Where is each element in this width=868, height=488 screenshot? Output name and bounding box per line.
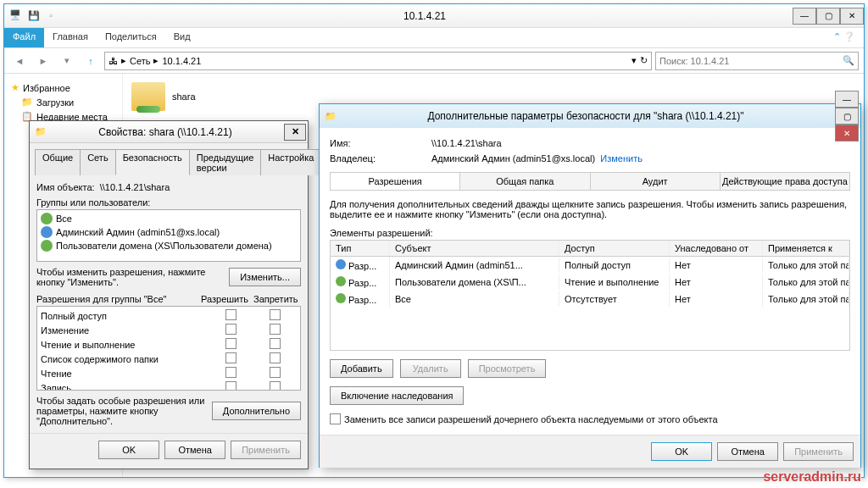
apply-button[interactable]: Применить	[783, 442, 854, 461]
allow-checkbox[interactable]	[225, 338, 236, 349]
replace-label: Заменить все записи разрешений дочернего…	[344, 414, 718, 424]
deny-checkbox[interactable]	[270, 352, 281, 363]
properties-dialog: 📁 Свойства: shara (\\10.1.4.21) ✕ Общие …	[29, 120, 309, 469]
security-tab-body: Имя объекта: \\10.1.4.21\shara Группы ил…	[30, 175, 308, 433]
edit-hint: Чтобы изменить разрешения, нажмите кнопк…	[36, 267, 224, 287]
ok-button[interactable]: OK	[651, 442, 712, 461]
list-item[interactable]: Пользователи домена (XS\Пользователи дом…	[39, 239, 298, 252]
group-icon	[41, 213, 53, 225]
allow-checkbox[interactable]	[225, 324, 236, 335]
apply-button[interactable]: Применить	[231, 441, 301, 459]
ribbon-help-icon[interactable]: ⌃ ❔	[825, 28, 864, 47]
tab-share[interactable]: Общая папка	[460, 173, 590, 190]
watermark: serveradmin.ru	[763, 469, 861, 485]
shared-folder-icon	[131, 82, 165, 111]
deny-checkbox[interactable]	[270, 324, 281, 335]
close-button[interactable]: ✕	[835, 125, 859, 141]
tab-network[interactable]: Сеть	[80, 149, 115, 175]
change-owner-link[interactable]: Изменить	[600, 153, 643, 164]
groups-listbox[interactable]: Все Админский Админ (admin51@xs.local) П…	[36, 209, 301, 262]
view-button[interactable]: Просмотреть	[468, 359, 547, 378]
deny-checkbox[interactable]	[270, 309, 281, 320]
edit-button[interactable]: Изменить...	[229, 268, 301, 286]
tab-audit[interactable]: Аудит	[591, 173, 721, 190]
breadcrumb-item[interactable]: Сеть	[130, 56, 150, 66]
owner-value: Админский Админ (admin51@xs.local)	[431, 153, 595, 164]
advanced-tabs: Разрешения Общая папка Аудит Действующие…	[330, 172, 850, 191]
group-icon	[336, 276, 346, 286]
perm-row: Чтение	[41, 366, 297, 380]
replace-checkbox-row[interactable]: Заменить все записи разрешений дочернего…	[330, 413, 850, 424]
cancel-button[interactable]: Отмена	[717, 442, 778, 461]
elements-label: Элементы разрешений:	[330, 228, 850, 238]
deny-checkbox[interactable]	[270, 367, 281, 378]
tab-effective[interactable]: Действующие права доступа	[721, 173, 849, 190]
list-item[interactable]: Все	[39, 212, 298, 225]
allow-checkbox[interactable]	[225, 367, 236, 378]
perm-header: Разрешения для группы "Все" Разрешить За…	[36, 294, 301, 306]
permission-entries-list[interactable]: ТипСубъектДоступУнаследовано отПрименяет…	[330, 240, 850, 351]
folder-icon: 📁	[35, 126, 47, 137]
breadcrumb[interactable]: 🖧 ▸ Сеть ▸ 10.1.4.21 ▾ ↻	[104, 52, 652, 70]
cancel-button[interactable]: Отмена	[164, 441, 225, 459]
perm-row: Изменение	[41, 323, 297, 337]
sidebar-item-downloads[interactable]: 📁Загрузки	[11, 95, 115, 109]
allow-checkbox[interactable]	[225, 309, 236, 320]
network-icon: 🖧	[108, 56, 118, 66]
refresh-icon[interactable]: ↻	[640, 55, 648, 66]
deny-checkbox[interactable]	[270, 338, 281, 349]
advanced-security-dialog: 📁 Дополнительные параметры безопасности …	[319, 103, 861, 468]
folder-icon: 📁	[325, 111, 337, 122]
qat-save-icon[interactable]: 💾	[28, 10, 40, 21]
sidebar-item-favorites[interactable]: ★Избранное	[11, 80, 115, 95]
chevron-down-icon[interactable]: ▾	[632, 55, 637, 66]
permissions-listbox[interactable]: Полный доступ Изменение Чтение и выполне…	[36, 306, 301, 391]
advanced-button[interactable]: Дополнительно	[212, 402, 301, 420]
tab-previous[interactable]: Предыдущие версии	[189, 149, 261, 175]
close-button[interactable]: ✕	[840, 8, 864, 25]
properties-titlebar: 📁 Свойства: shara (\\10.1.4.21) ✕	[30, 121, 308, 143]
object-name: \\10.1.4.21\shara	[100, 182, 170, 192]
allow-checkbox[interactable]	[225, 381, 236, 391]
back-button[interactable]: ◄	[9, 51, 30, 71]
perm-row: Полный доступ	[41, 308, 297, 323]
enable-inheritance-button[interactable]: Включение наследования	[330, 386, 464, 405]
group-icon	[336, 293, 346, 303]
tab-general[interactable]: Общие	[35, 149, 81, 175]
up-button[interactable]: ↑	[81, 51, 101, 71]
ribbon-tab-file[interactable]: Файл	[4, 28, 44, 47]
search-input[interactable]: 🔍	[655, 52, 859, 70]
ok-button[interactable]: OK	[98, 441, 159, 459]
remove-button[interactable]: Удалить	[400, 359, 461, 378]
minimize-button[interactable]: —	[835, 91, 859, 108]
qat-props-icon[interactable]: ▫️	[45, 10, 57, 21]
tab-security[interactable]: Безопасность	[115, 149, 190, 175]
ribbon-tab-view[interactable]: Вид	[165, 28, 199, 47]
window-title: 10.1.4.21	[57, 10, 793, 22]
close-button[interactable]: ✕	[284, 124, 306, 141]
allow-checkbox[interactable]	[225, 352, 236, 363]
history-dropdown-icon[interactable]: ▾	[57, 51, 77, 71]
list-item[interactable]: Админский Админ (admin51@xs.local)	[39, 225, 298, 239]
tab-customize[interactable]: Настройка	[260, 149, 321, 175]
search-icon: 🔍	[843, 55, 854, 66]
breadcrumb-item[interactable]: 10.1.4.21	[162, 56, 201, 66]
deny-checkbox[interactable]	[270, 381, 281, 391]
table-row[interactable]: Разр...ВсеОтсутствуетНетТолько для этой …	[331, 291, 849, 308]
maximize-button[interactable]: ▢	[816, 8, 840, 25]
user-icon	[41, 226, 53, 238]
properties-tabs: Общие Сеть Безопасность Предыдущие верси…	[35, 148, 303, 175]
table-row[interactable]: Разр...Админский Админ (admin51...Полный…	[331, 257, 849, 274]
ribbon: Файл Главная Поделиться Вид ⌃ ❔	[4, 28, 864, 48]
ribbon-tab-home[interactable]: Главная	[44, 28, 97, 47]
forward-button[interactable]: ►	[33, 51, 53, 71]
replace-checkbox[interactable]	[330, 413, 341, 424]
maximize-button[interactable]: ▢	[835, 108, 859, 125]
add-button[interactable]: Добавить	[330, 359, 393, 378]
ribbon-tab-share[interactable]: Поделиться	[97, 28, 165, 47]
minimize-button[interactable]: —	[793, 8, 816, 25]
table-row[interactable]: Разр...Пользователи домена (XS\П...Чтени…	[331, 274, 849, 291]
advanced-titlebar: 📁 Дополнительные параметры безопасности …	[320, 104, 860, 128]
tab-permissions[interactable]: Разрешения	[331, 173, 460, 190]
folder-icon: 📁	[21, 97, 33, 108]
